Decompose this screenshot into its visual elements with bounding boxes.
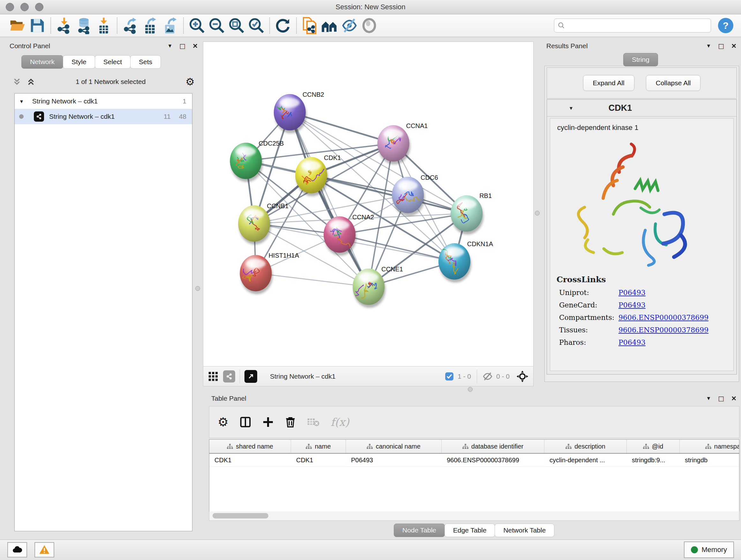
scrollbar-thumb[interactable] [212, 513, 268, 518]
panel-close-icon[interactable]: ✕ [731, 42, 737, 50]
tab-node-table[interactable]: Node Table [394, 523, 445, 537]
warning-status-button[interactable] [35, 542, 54, 557]
panel-collapse-icon[interactable]: ▼ [167, 43, 172, 49]
collapse-all-icon[interactable] [12, 77, 22, 86]
cloud-status-button[interactable] [7, 542, 27, 557]
table-horizontal-scrollbar[interactable] [209, 511, 739, 521]
network-node-CCNE1[interactable] [353, 268, 386, 308]
import-table-file-icon[interactable] [94, 16, 114, 36]
column-header-canonical-name[interactable]: canonical name [346, 440, 442, 453]
grid-view-icon[interactable] [208, 371, 219, 382]
tab-string[interactable]: String [623, 53, 658, 66]
zoom-fit-icon[interactable] [226, 16, 246, 36]
import-network-file-icon[interactable] [54, 16, 74, 36]
column-header-description[interactable]: description [544, 440, 627, 453]
collapse-all-button[interactable]: Collapse All [646, 75, 701, 91]
string-home-icon[interactable] [320, 16, 340, 36]
crosslink-link[interactable]: P06493 [618, 338, 646, 347]
network-node-HIST1H1A[interactable] [240, 255, 273, 294]
export-table-icon[interactable] [140, 16, 160, 36]
search-input[interactable] [565, 22, 708, 30]
table-cell[interactable]: CDK1 [209, 454, 291, 466]
network-node-CCNA2[interactable] [324, 216, 356, 256]
table-row[interactable]: CDK1CDK1P064939606.ENSP00000378699cyclin… [209, 454, 739, 467]
tab-network[interactable]: Network [21, 55, 63, 69]
zoom-selected-icon[interactable] [246, 16, 266, 36]
string-eye-icon[interactable] [359, 16, 379, 36]
zoom-in-icon[interactable] [187, 16, 207, 36]
expand-all-icon[interactable] [26, 77, 36, 86]
help-icon[interactable]: ? [718, 18, 733, 33]
table-options-gear-icon[interactable]: ⚙ [218, 416, 228, 428]
network-node-CCNB1[interactable] [238, 205, 271, 245]
column-header-database-identifier[interactable]: database identifier [442, 440, 544, 453]
panel-close-icon[interactable]: ✕ [192, 42, 198, 50]
network-node-CDKN1A[interactable] [439, 243, 471, 283]
table-cell[interactable]: stringdb [680, 454, 739, 466]
table-cell[interactable]: CDK1 [291, 454, 346, 466]
expand-all-button[interactable]: Expand All [583, 75, 634, 91]
selected-checkbox-icon[interactable] [445, 372, 454, 381]
network-node-CDC25B[interactable] [230, 143, 263, 182]
panel-float-icon[interactable]: □ [718, 42, 724, 50]
memory-button[interactable]: Memory [684, 542, 734, 558]
export-network-icon[interactable] [121, 16, 140, 36]
disclosure-triangle-icon[interactable]: ▼ [569, 105, 574, 111]
zoom-out-icon[interactable] [207, 16, 226, 36]
crosslink-link[interactable]: P06493 [618, 289, 646, 297]
splitter-handle[interactable] [195, 286, 200, 291]
refresh-icon[interactable] [273, 16, 293, 36]
table-cell[interactable]: cyclin-dependent ... [544, 454, 627, 466]
tab-edge-table[interactable]: Edge Table [445, 523, 495, 537]
table-cell[interactable]: stringdb:9... [627, 454, 680, 466]
disclosure-triangle-icon[interactable]: ▼ [19, 99, 24, 104]
panel-float-icon[interactable]: □ [179, 42, 185, 50]
table-cell[interactable]: P06493 [346, 454, 442, 466]
panel-collapse-icon[interactable]: ▼ [706, 395, 711, 401]
tab-sets[interactable]: Sets [130, 55, 161, 69]
network-row-selected[interactable]: String Network – cdk1 11 48 [15, 109, 192, 124]
network-edge-CCNB2-CCNE1[interactable] [290, 112, 368, 287]
save-session-icon[interactable] [27, 16, 47, 36]
crosslink-link[interactable]: P06493 [618, 301, 646, 309]
string-import-icon[interactable] [300, 16, 320, 36]
column-header-shared-name[interactable]: shared name [209, 440, 291, 453]
network-edge-CDK1-RB1[interactable] [311, 175, 467, 213]
network-edge-HIST1H1A-CCNE1[interactable] [256, 273, 368, 287]
panel-collapse-icon[interactable]: ▼ [706, 43, 711, 49]
open-session-icon[interactable] [8, 16, 27, 36]
birds-eye-view-icon[interactable] [516, 370, 529, 383]
window-close-button[interactable] [6, 3, 14, 11]
show-columns-icon[interactable] [239, 416, 252, 428]
crosslink-link[interactable]: 9606.ENSP00000378699 [618, 326, 709, 334]
network-node-CCNA1[interactable] [378, 125, 410, 165]
network-canvas[interactable]: CCNB2CCNA1CDC25BCDK1CDC6RB1CCNB1CCNA2CDK… [203, 42, 533, 366]
string-hide-glass-icon[interactable] [340, 16, 359, 36]
tab-style[interactable]: Style [63, 55, 95, 69]
network-node-CDC6[interactable] [392, 177, 425, 216]
import-network-database-icon[interactable] [74, 16, 94, 36]
network-node-RB1[interactable] [451, 195, 483, 234]
splitter-handle[interactable] [535, 211, 540, 215]
panel-float-icon[interactable]: □ [718, 395, 724, 402]
splitter-handle[interactable] [468, 387, 473, 392]
column-header--id[interactable]: @id [627, 440, 680, 453]
tab-network-table[interactable]: Network Table [495, 523, 554, 537]
network-node-CDK1[interactable] [295, 157, 328, 196]
create-column-icon[interactable] [262, 416, 274, 428]
network-collection-row[interactable]: ▼ String Network – cdk1 1 [15, 94, 192, 109]
column-header-name[interactable]: name [291, 440, 346, 453]
window-minimize-button[interactable] [20, 3, 29, 11]
tab-select[interactable]: Select [95, 55, 131, 69]
hidden-eye-slash-icon[interactable] [482, 371, 493, 382]
network-node-CCNB2[interactable] [274, 94, 307, 133]
panel-close-icon[interactable]: ✕ [731, 395, 737, 402]
column-header-namespace[interactable]: namespace [680, 440, 739, 453]
open-in-window-icon[interactable] [245, 370, 257, 383]
delete-column-icon[interactable] [285, 416, 296, 428]
network-options-gear-icon[interactable]: ⚙ [185, 77, 195, 87]
window-zoom-button[interactable] [35, 3, 44, 11]
network-edge-CCNA2-CDKN1A[interactable] [340, 235, 455, 261]
export-image-icon[interactable] [160, 16, 180, 36]
table-cell[interactable]: 9606.ENSP00000378699 [442, 454, 544, 466]
